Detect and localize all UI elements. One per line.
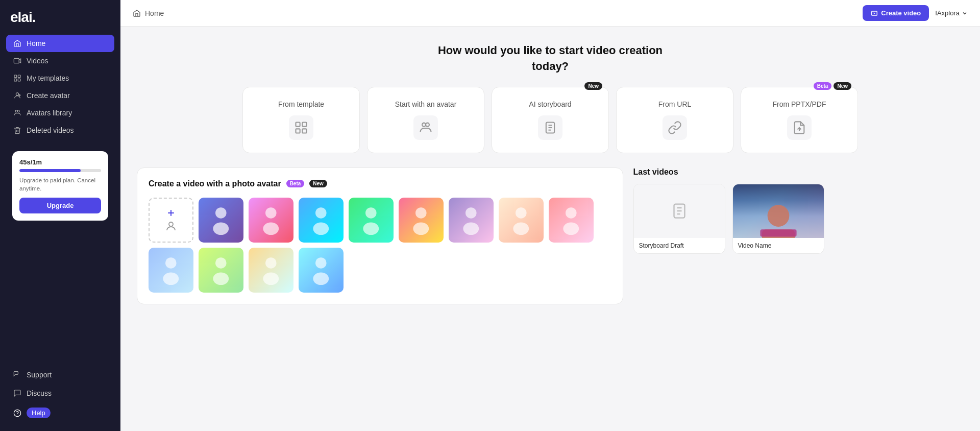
logo: elai.: [0, 0, 120, 31]
help-label: Help: [27, 408, 51, 418]
upgrade-desc: Upgrade to paid plan. Cancel anytime.: [19, 176, 101, 193]
sidebar-item-home[interactable]: Home: [6, 35, 114, 52]
add-avatar-button[interactable]: [149, 198, 193, 243]
video-card[interactable]: Storyboard Draft: [633, 184, 725, 254]
sidebar-item-support[interactable]: Support: [6, 366, 114, 384]
grid-icon: [289, 115, 313, 140]
svg-rect-0: [14, 58, 19, 63]
avatar-thumb[interactable]: [199, 198, 243, 243]
content-area: How would you like to start video creati…: [120, 27, 980, 431]
trash-icon: [13, 126, 21, 134]
link-icon: [663, 115, 687, 140]
sidebar-item-discuss[interactable]: Discuss: [6, 385, 114, 402]
upload-icon: [787, 115, 812, 140]
nav-items: HomeVideosMy templatesCreate avatarAvata…: [6, 35, 114, 139]
from-pptx-pdf-card[interactable]: Beta New From PPTX/PDF: [741, 87, 858, 153]
sidebar-item-videos[interactable]: Videos: [6, 52, 114, 69]
avatar-face-3: [305, 204, 337, 236]
help-icon: [13, 409, 21, 417]
avatar-thumb[interactable]: [349, 198, 394, 243]
create-avatar-icon: [13, 91, 21, 100]
sidebar-item-label: Support: [27, 371, 52, 379]
chevron-down-icon: [962, 10, 968, 16]
avatar-face-12: [305, 254, 337, 286]
svg-point-29: [265, 207, 277, 219]
storyboard-draft-icon: [670, 202, 689, 220]
upgrade-button[interactable]: Upgrade: [19, 198, 101, 213]
avatar-face-4: [355, 204, 387, 236]
panel-header: Create a video with a photo avatar Beta …: [149, 179, 611, 188]
avatar-thumb[interactable]: [199, 248, 243, 293]
avatar-face-11: [255, 254, 287, 286]
svg-point-46: [213, 272, 229, 285]
discuss-icon: [13, 389, 21, 397]
breadcrumb-label: Home: [145, 9, 164, 17]
svg-point-43: [165, 257, 177, 269]
sidebar-item-deleted-videos[interactable]: Deleted videos: [6, 122, 114, 139]
avatar-thumb[interactable]: [299, 198, 344, 243]
video-icon: [13, 57, 21, 65]
avatar-face-9: [155, 254, 187, 286]
sidebar-item-label: Avatars library: [27, 109, 72, 117]
avatar-thumb[interactable]: [249, 198, 293, 243]
svg-point-49: [315, 257, 327, 269]
video-name-label-2: Video Name: [733, 238, 824, 253]
from-url-card[interactable]: From URL: [616, 87, 733, 153]
video-card[interactable]: Video Name: [732, 184, 824, 254]
svg-rect-1: [14, 75, 17, 78]
svg-point-38: [463, 222, 479, 235]
sidebar-item-label: Videos: [27, 57, 48, 65]
video-thumb-image: [733, 184, 824, 238]
video-thumb: [634, 184, 725, 238]
svg-rect-15: [296, 129, 300, 133]
from-pptx-label: From PPTX/PDF: [772, 100, 826, 108]
svg-point-30: [263, 222, 279, 235]
sidebar-item-my-templates[interactable]: My templates: [6, 69, 114, 87]
avatar-thumb[interactable]: [399, 198, 444, 243]
avatar-thumb[interactable]: [249, 248, 293, 293]
avatar-thumb[interactable]: [499, 198, 544, 243]
create-video-icon: [871, 10, 878, 17]
new-badge-pptx: New: [834, 82, 851, 90]
sidebar-item-create-avatar[interactable]: Create avatar: [6, 87, 114, 104]
sidebar-bottom: SupportDiscussHelp: [0, 362, 120, 431]
sidebar-nav: HomeVideosMy templatesCreate avatarAvata…: [0, 31, 120, 362]
account-button[interactable]: IAxplora: [935, 9, 968, 17]
photo-new-badge: New: [309, 180, 327, 187]
last-videos-panel: Last videos Storyboard Draft: [633, 167, 964, 304]
videos-grid: Storyboard Draft: [633, 184, 964, 254]
sidebar-item-label: My templates: [27, 74, 69, 82]
avatar-thumb[interactable]: [149, 248, 193, 293]
svg-point-9: [17, 110, 19, 112]
sidebar: elai. HomeVideosMy templatesCreate avata…: [0, 0, 120, 431]
from-template-card[interactable]: From template: [242, 87, 360, 153]
svg-point-47: [265, 257, 277, 269]
sidebar-item-avatars-library[interactable]: Avatars library: [6, 104, 114, 122]
svg-point-35: [415, 207, 427, 219]
svg-point-27: [215, 207, 227, 219]
svg-rect-3: [14, 79, 17, 81]
svg-rect-2: [18, 75, 20, 78]
ai-storyboard-card[interactable]: New AI storyboard: [492, 87, 609, 153]
avatar-thumb[interactable]: [449, 198, 494, 243]
svg-point-34: [363, 222, 379, 235]
create-video-button[interactable]: Create video: [863, 5, 929, 21]
ai-storyboard-label: AI storyboard: [529, 100, 571, 108]
avatar-thumb[interactable]: [299, 248, 344, 293]
svg-point-48: [263, 272, 279, 285]
photo-avatar-panel: Create a video with a photo avatar Beta …: [137, 167, 623, 304]
main-content: Home Create video IAxplora How would you…: [120, 0, 980, 431]
progress-fill: [19, 169, 81, 172]
sidebar-item-help[interactable]: Help: [6, 403, 114, 423]
plus-icon: [166, 208, 176, 218]
start-with-avatar-card[interactable]: Start with an avatar: [367, 87, 484, 153]
svg-rect-4: [18, 79, 20, 81]
svg-point-50: [313, 272, 329, 285]
sidebar-item-label: Create avatar: [27, 91, 70, 100]
svg-rect-13: [296, 122, 300, 126]
svg-point-55: [767, 205, 789, 227]
video-person-icon: [751, 198, 805, 238]
svg-point-44: [163, 272, 179, 285]
topbar-right: Create video IAxplora: [863, 5, 968, 21]
avatar-thumb[interactable]: [549, 198, 594, 243]
